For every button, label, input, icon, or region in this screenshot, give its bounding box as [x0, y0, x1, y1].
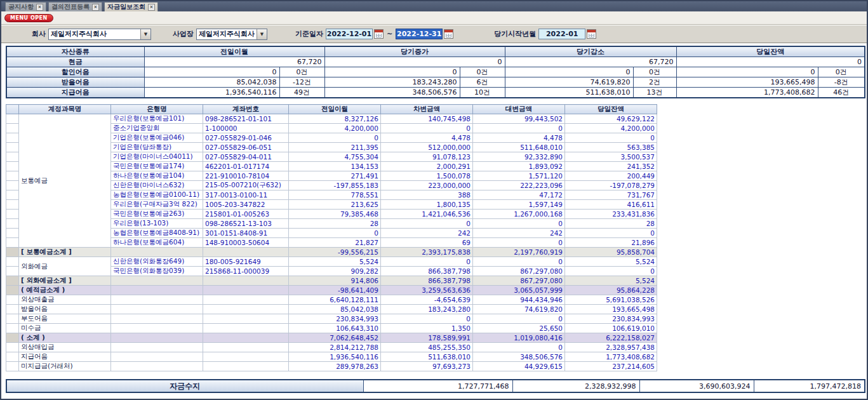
ledger-value-cell[interactable]: 3,065,057,999	[473, 286, 565, 295]
ledger-value-cell[interactable]: 2,000,291	[381, 162, 473, 171]
ledger-value-cell[interactable]: 1,893,092	[473, 162, 565, 171]
ledger-account-cell[interactable]	[203, 343, 289, 352]
ledger-value-cell[interactable]: 0	[565, 267, 657, 276]
ledger-bank-cell[interactable]	[111, 248, 203, 257]
ledger-value-cell[interactable]: 909,282	[289, 267, 381, 276]
ledger-value-cell[interactable]: 95,858,704	[565, 248, 657, 257]
ledger-account-cell[interactable]: 215868-11-000039	[203, 267, 289, 276]
ledger-group-cell[interactable]: 외화예금	[19, 257, 111, 276]
ledger-bank-cell[interactable]	[111, 295, 203, 305]
row-selector-cell[interactable]	[6, 219, 19, 229]
ledger-value-cell[interactable]: 1,597,149	[473, 200, 565, 210]
tab-item[interactable]: 공지사항×	[5, 2, 46, 11]
summary-row-label[interactable]: 지급어음	[6, 88, 144, 98]
ledger-account-cell[interactable]: 215-05-007210(구632)	[203, 181, 289, 190]
ledger-bank-cell[interactable]: 하나은행(보통예금604)	[111, 238, 203, 248]
ledger-value-cell[interactable]: 0	[473, 257, 565, 267]
date-to-input[interactable]: 2022-12-31	[396, 29, 443, 39]
ledger-value-cell[interactable]: -197,855,183	[289, 181, 381, 190]
ledger-bank-cell[interactable]: 기업은행(마이너스04011)	[111, 152, 203, 162]
summary-amount-cell[interactable]: 0	[324, 67, 460, 77]
row-selector-cell[interactable]	[6, 133, 19, 143]
row-selector-cell[interactable]	[6, 295, 19, 305]
ledger-account-cell[interactable]: 1005-203-347822	[203, 200, 289, 210]
summary-amount-cell[interactable]: 193,665,498	[676, 77, 818, 88]
ledger-bank-cell[interactable]	[111, 276, 203, 286]
summary-amount-cell[interactable]: 511,638,010	[505, 88, 633, 98]
ledger-value-cell[interactable]: 193,665,498	[565, 305, 657, 314]
ledger-bank-cell[interactable]: 중소기업중앙회	[111, 124, 203, 133]
summary-count-cell[interactable]: 13건	[633, 88, 676, 98]
ledger-group-cell[interactable]: 보통예금	[19, 114, 111, 248]
ledger-bank-cell[interactable]: 농협은행(보통예금0100-11)	[111, 190, 203, 200]
footer-value-cell[interactable]: 1,727,771,468	[363, 380, 512, 392]
ledger-label-cell[interactable]: 받을어음	[19, 305, 111, 314]
ledger-value-cell[interactable]: 1,571,120	[473, 171, 565, 181]
calendar-icon[interactable]	[587, 29, 596, 39]
ledger-value-cell[interactable]: 867,297,080	[473, 267, 565, 276]
footer-value-cell[interactable]: 1,797,472,818	[754, 380, 865, 392]
summary-amount-cell[interactable]: 0	[324, 57, 505, 67]
ledger-value-cell[interactable]: 2,814,212,788	[289, 343, 381, 352]
ledger-value-cell[interactable]: 563,385	[565, 143, 657, 152]
row-selector-cell[interactable]	[6, 200, 19, 210]
ledger-label-cell[interactable]: 부도어음	[19, 314, 111, 324]
ledger-bank-cell[interactable]	[111, 362, 203, 371]
ledger-value-cell[interactable]: 0	[289, 133, 381, 143]
ledger-value-cell[interactable]: 1,421,046,536	[381, 210, 473, 219]
summary-count-cell[interactable]: 0건	[633, 67, 676, 77]
ledger-account-cell[interactable]	[203, 276, 289, 286]
tab-item[interactable]: 자금일보조회×	[104, 2, 158, 11]
tab-close-icon[interactable]: ×	[36, 4, 43, 11]
ledger-value-cell[interactable]: 2,197,760,919	[473, 248, 565, 257]
ledger-account-cell[interactable]: 317-0013-0100-11	[203, 190, 289, 200]
ledger-bank-cell[interactable]: 우리은행(13-103)	[111, 219, 203, 229]
ledger-value-cell[interactable]: 0	[473, 343, 565, 352]
ledger-value-cell[interactable]: 1,800,135	[381, 200, 473, 210]
ledger-value-cell[interactable]: 1,936,540,116	[289, 352, 381, 362]
row-selector-cell[interactable]	[6, 314, 19, 324]
ledger-value-cell[interactable]: 242	[473, 229, 565, 238]
ledger-value-cell[interactable]: 1,019,080,416	[473, 333, 565, 343]
ledger-value-cell[interactable]: 1,267,000,168	[473, 210, 565, 219]
row-selector-cell[interactable]	[6, 324, 19, 333]
ledger-value-cell[interactable]: 0	[381, 257, 473, 267]
row-selector-cell[interactable]	[6, 143, 19, 152]
row-selector-cell[interactable]	[6, 352, 19, 362]
row-selector-cell[interactable]	[6, 171, 19, 181]
row-selector-cell[interactable]	[6, 276, 19, 286]
ledger-account-cell[interactable]	[203, 286, 289, 295]
ledger-value-cell[interactable]: 79,385,468	[289, 210, 381, 219]
ledger-value-cell[interactable]: 348,506,576	[473, 352, 565, 362]
summary-amount-cell[interactable]: 67,720	[144, 57, 324, 67]
summary-amount-cell[interactable]: 348,506,576	[324, 88, 460, 98]
ledger-value-cell[interactable]: 944,434,946	[473, 295, 565, 305]
row-selector-cell[interactable]	[6, 238, 19, 248]
ledger-value-cell[interactable]: 213,625	[289, 200, 381, 210]
ledger-bank-cell[interactable]: 신한은행(마이너스632)	[111, 181, 203, 190]
ledger-value-cell[interactable]: 28	[289, 219, 381, 229]
summary-count-cell[interactable]: 0건	[460, 67, 505, 77]
ledger-value-cell[interactable]: 0	[381, 219, 473, 229]
ledger-value-cell[interactable]: 200,449	[565, 171, 657, 181]
summary-row-label[interactable]: 현금	[6, 57, 144, 67]
tab-item[interactable]: 결의전표등록×	[48, 2, 102, 11]
summary-row-label[interactable]: 받을어음	[6, 77, 144, 88]
ledger-value-cell[interactable]: 4,478	[381, 133, 473, 143]
ledger-label-cell[interactable]: [ 보통예금소계 ]	[19, 248, 111, 257]
ledger-value-cell[interactable]: 6,640,128,111	[289, 295, 381, 305]
row-selector-cell[interactable]	[6, 124, 19, 133]
ledger-account-cell[interactable]	[203, 305, 289, 314]
ledger-account-cell[interactable]	[203, 324, 289, 333]
ledger-label-cell[interactable]: 지급어음	[19, 352, 111, 362]
ledger-value-cell[interactable]: 1,500,078	[381, 171, 473, 181]
ledger-value-cell[interactable]: 5,691,038,526	[565, 295, 657, 305]
ledger-label-cell[interactable]: 외상매출금	[19, 295, 111, 305]
ledger-bank-cell[interactable]: 우리은행(보통예금101)	[111, 114, 203, 124]
row-selector-cell[interactable]	[6, 162, 19, 171]
ledger-value-cell[interactable]: 211,395	[289, 143, 381, 152]
ledger-value-cell[interactable]: 0	[473, 124, 565, 133]
ledger-value-cell[interactable]: 6,222,158,027	[565, 333, 657, 343]
ledger-value-cell[interactable]: 91,078,123	[381, 152, 473, 162]
ledger-value-cell[interactable]: 3,500,537	[565, 152, 657, 162]
